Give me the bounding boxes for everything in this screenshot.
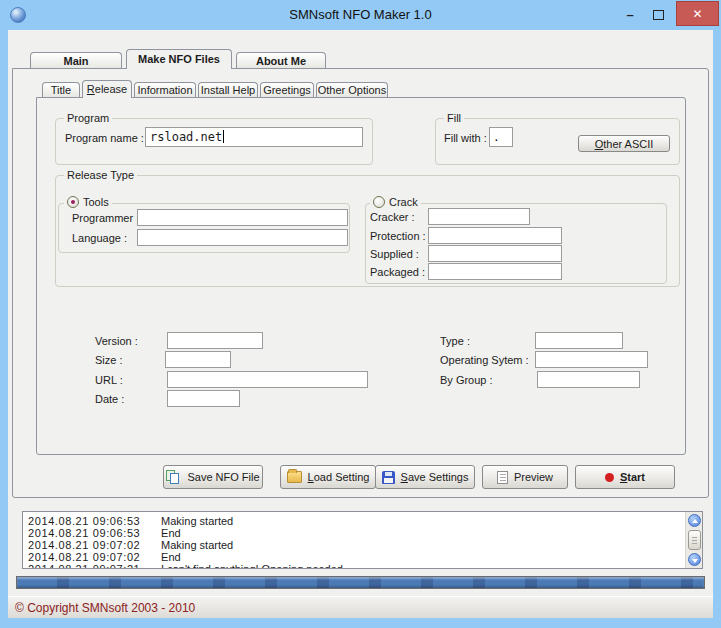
tab-other-options-label: Other Options <box>318 84 386 96</box>
maximize-button[interactable] <box>648 6 668 24</box>
tab-main[interactable]: Main <box>30 52 122 68</box>
log-entry[interactable]: 2014.08.21 09:07:02 Making started <box>28 539 684 551</box>
load-setting-button[interactable]: Load Setting <box>280 465 376 489</box>
tab-install-help-label: Install Help <box>201 84 255 96</box>
save-settings-label: Save Settings <box>401 471 469 483</box>
record-dot-icon <box>605 473 614 482</box>
status-bar: © Copyright SMNsoft 2003 - 2010 <box>8 596 713 618</box>
date-input[interactable] <box>167 390 240 407</box>
protection-input[interactable] <box>428 227 562 244</box>
preview-label: Preview <box>514 471 553 483</box>
arrow-down-icon <box>692 559 698 563</box>
tab-main-label: Main <box>63 55 88 67</box>
crack-radio[interactable]: Crack <box>370 196 421 208</box>
floppy-disk-icon <box>382 471 395 484</box>
cracker-input[interactable] <box>428 208 530 225</box>
tab-greetings-label: Greetings <box>263 84 311 96</box>
minimize-icon: – <box>626 7 633 22</box>
version-input[interactable] <box>167 332 263 349</box>
log-message: Making started <box>161 515 233 527</box>
scroll-down-button[interactable] <box>688 553 701 566</box>
start-label: Start <box>620 471 645 483</box>
tab-about-me[interactable]: About Me <box>236 52 326 68</box>
fill-with-label: Fill with : <box>444 132 487 144</box>
tools-radio[interactable]: Tools <box>64 196 112 208</box>
operating-system-input[interactable] <box>535 351 648 368</box>
load-setting-label: Load Setting <box>308 471 370 483</box>
radio-selected-icon <box>67 196 79 208</box>
tab-other-options[interactable]: Other Options <box>316 82 388 97</box>
size-label: Size : <box>95 354 123 366</box>
log-message: End <box>161 527 181 539</box>
minimize-button[interactable]: – <box>620 6 640 24</box>
log-entry[interactable]: 2014.08.21 09:07:21 I can't find anythin… <box>28 563 684 569</box>
program-group-label: Program <box>64 112 112 124</box>
arrow-up-icon <box>692 519 698 523</box>
url-label: URL : <box>95 374 123 386</box>
close-icon: ✕ <box>692 7 702 21</box>
language-input[interactable] <box>137 229 348 246</box>
close-button[interactable]: ✕ <box>676 1 719 26</box>
window-title: SMNsoft NFO Maker 1.0 <box>0 0 721 30</box>
tools-radio-label: Tools <box>83 196 109 208</box>
log-message: End <box>161 551 181 563</box>
maximize-icon <box>653 10 664 20</box>
log-entry[interactable]: 2014.08.21 09:06:53 Making started <box>28 515 684 527</box>
cracker-label: Cracker : <box>370 211 415 223</box>
log-list[interactable]: 2014.08.21 09:06:53 Making started 2014.… <box>22 511 703 569</box>
url-input[interactable] <box>167 371 368 388</box>
tab-title[interactable]: Title <box>42 82 80 97</box>
tab-install-help[interactable]: Install Help <box>198 82 258 97</box>
programmer-input[interactable] <box>137 209 348 226</box>
language-label: Language : <box>72 232 127 244</box>
program-name-input[interactable]: rsload.net <box>145 127 363 147</box>
client-area: Main Make NFO Files About Me Title Relea… <box>8 30 713 618</box>
tab-about-me-label: About Me <box>256 55 306 67</box>
log-time: 2014.08.21 09:07:02 <box>28 551 158 563</box>
type-input[interactable] <box>535 332 623 349</box>
radio-unselected-icon <box>373 196 385 208</box>
version-label: Version : <box>95 335 138 347</box>
fill-group-label: Fill <box>444 112 464 124</box>
tab-title-label: Title <box>51 84 71 96</box>
app-window: SMNsoft NFO Maker 1.0 – ✕ Main Make NFO … <box>0 0 721 628</box>
save-nfo-file-button[interactable]: Save NFO File <box>163 465 263 489</box>
scroll-up-button[interactable] <box>688 514 701 527</box>
supplied-input[interactable] <box>428 245 562 262</box>
tab-greetings[interactable]: Greetings <box>260 82 314 97</box>
tab-make-nfo-files[interactable]: Make NFO Files <box>126 49 232 69</box>
log-message: I can't find anything! Opening needed <box>161 563 343 569</box>
tab-information[interactable]: Information <box>134 82 196 97</box>
save-nfo-file-label: Save NFO File <box>187 471 259 483</box>
open-folder-icon <box>287 471 302 483</box>
crack-radio-label: Crack <box>389 196 418 208</box>
fill-with-input[interactable] <box>489 127 513 147</box>
log-entry[interactable]: 2014.08.21 09:06:53 End <box>28 527 684 539</box>
progress-bar-fill <box>17 577 704 588</box>
by-group-input[interactable] <box>537 371 640 388</box>
tab-release[interactable]: Release <box>82 80 132 98</box>
supplied-label: Supplied : <box>370 248 419 260</box>
copyright-text: © Copyright SMNsoft 2003 - 2010 <box>15 601 195 615</box>
titlebar[interactable]: SMNsoft NFO Maker 1.0 – ✕ <box>0 0 721 30</box>
tab-release-label: Release <box>87 81 127 97</box>
progress-bar <box>16 576 705 589</box>
scrollbar-thumb[interactable] <box>688 530 701 550</box>
date-label: Date : <box>95 393 124 405</box>
protection-label: Protection : <box>370 230 426 242</box>
start-button[interactable]: Start <box>575 465 675 489</box>
programmer-label: Programmer : <box>72 212 139 224</box>
program-name-label: Program name : <box>65 132 144 144</box>
save-settings-button[interactable]: Save Settings <box>375 465 475 489</box>
preview-button[interactable]: Preview <box>482 465 568 489</box>
document-icon <box>497 471 508 484</box>
other-ascii-button[interactable]: Other ASCII <box>578 135 670 152</box>
size-input[interactable] <box>165 351 231 368</box>
log-scrollbar[interactable] <box>685 512 702 568</box>
tab-make-nfo-files-label: Make NFO Files <box>138 53 220 65</box>
packaged-input[interactable] <box>428 263 562 280</box>
log-time: 2014.08.21 09:07:21 <box>28 563 158 569</box>
tab-information-label: Information <box>137 84 192 96</box>
log-time: 2014.08.21 09:07:02 <box>28 539 158 551</box>
log-entry[interactable]: 2014.08.21 09:07:02 End <box>28 551 684 563</box>
